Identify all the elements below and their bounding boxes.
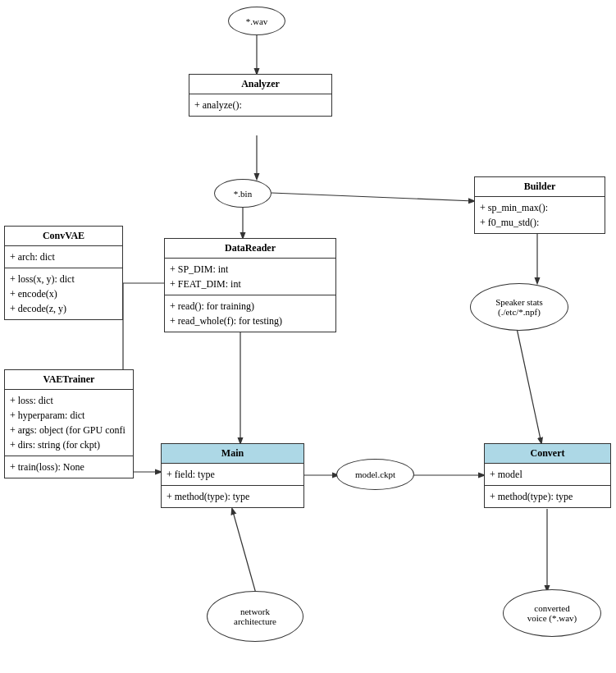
convert-title: Convert xyxy=(485,444,610,464)
datareader-methods: + read(): for training)+ read_whole(f): … xyxy=(165,295,335,332)
vaetrainer-attrs: + loss: dict+ hyperparam: dict+ args: ob… xyxy=(5,390,133,456)
svg-line-5 xyxy=(517,328,541,443)
vaetrainer-box: VAETrainer + loss: dict+ hyperparam: dic… xyxy=(4,369,134,478)
converted-voice-ellipse: converted voice (*.wav) xyxy=(503,589,601,637)
model-ckpt-label: model.ckpt xyxy=(355,469,395,479)
convert-methods: + method(type): type xyxy=(485,485,610,507)
analyzer-box: Analyzer + analyze(): xyxy=(189,74,332,117)
diagram: Analyzer + analyze(): Builder + sp_min_m… xyxy=(0,0,616,673)
main-fields: + field: type xyxy=(162,464,303,485)
convvae-box: ConvVAE + arch: dict + loss(x, y): dict+… xyxy=(4,226,123,320)
convert-fields: + model xyxy=(485,464,610,485)
svg-line-12 xyxy=(232,509,256,593)
datareader-box: DataReader + SP_DIM: int+ FEAT_DIM: int … xyxy=(164,238,336,332)
network-arch-ellipse: network architecture xyxy=(207,591,303,642)
converted-voice-label: converted voice (*.wav) xyxy=(527,603,577,623)
builder-title: Builder xyxy=(475,177,605,197)
convert-box: Convert + model + method(type): type xyxy=(484,443,611,508)
speaker-stats-ellipse: Speaker stats (./etc/*.npf) xyxy=(470,283,568,331)
convvae-title: ConvVAE xyxy=(5,227,122,246)
analyzer-body: + analyze(): xyxy=(189,94,331,116)
builder-body: + sp_min_max():+ f0_mu_std(): xyxy=(475,197,605,233)
analyzer-title: Analyzer xyxy=(189,75,331,94)
svg-line-2 xyxy=(271,193,474,201)
datareader-attrs: + SP_DIM: int+ FEAT_DIM: int xyxy=(165,259,335,295)
vaetrainer-methods: + train(loss): None xyxy=(5,456,133,478)
datareader-title: DataReader xyxy=(165,239,335,259)
wav-ellipse: *.wav xyxy=(228,7,285,35)
speaker-stats-label: Speaker stats (./etc/*.npf) xyxy=(495,297,543,317)
bin-label: *.bin xyxy=(234,189,252,199)
main-title: Main xyxy=(162,444,303,464)
network-arch-label: network architecture xyxy=(234,607,276,626)
main-methods: + method(type): type xyxy=(162,485,303,507)
model-ckpt-ellipse: model.ckpt xyxy=(336,459,414,490)
wav-label: *.wav xyxy=(246,16,268,26)
main-box: Main + field: type + method(type): type xyxy=(161,443,304,508)
convvae-methods: + loss(x, y): dict+ encode(x)+ decode(z,… xyxy=(5,268,122,319)
builder-box: Builder + sp_min_max():+ f0_mu_std(): xyxy=(474,176,605,234)
convvae-attr1: + arch: dict xyxy=(5,246,122,268)
bin-ellipse: *.bin xyxy=(214,179,271,208)
vaetrainer-title: VAETrainer xyxy=(5,370,133,390)
